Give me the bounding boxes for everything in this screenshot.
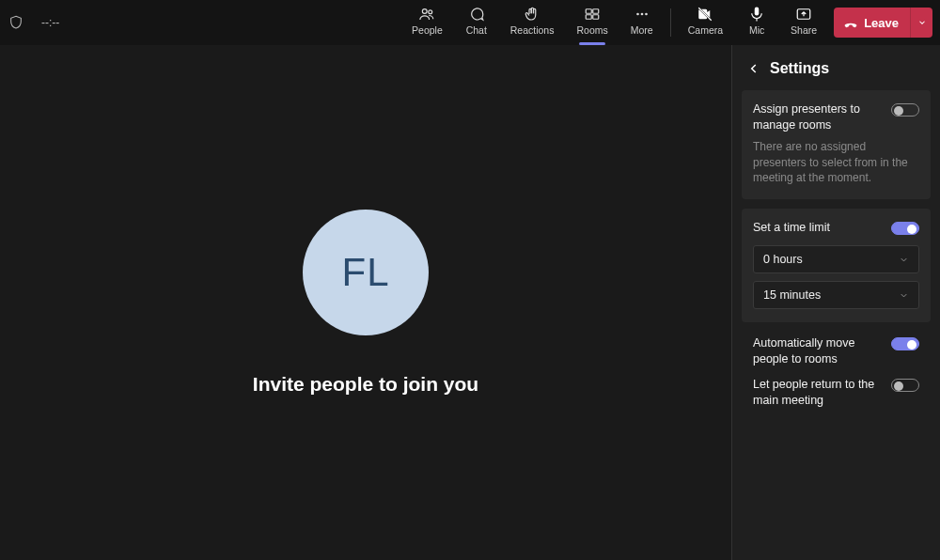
back-button[interactable]: [745, 60, 762, 77]
tab-label: Reactions: [510, 24, 555, 36]
svg-point-6: [636, 13, 639, 16]
hand-icon: [524, 6, 540, 23]
panel-title: Settings: [770, 60, 829, 77]
toggle-letreturn[interactable]: [891, 379, 919, 392]
svg-rect-4: [586, 15, 591, 20]
tab-chat[interactable]: Chat: [454, 0, 499, 45]
body: FL Invite people to join you Settings As…: [0, 45, 940, 560]
leave-label: Leave: [864, 16, 899, 30]
svg-point-0: [423, 9, 428, 14]
setting-automove: Automatically move people to rooms Let p…: [742, 332, 931, 418]
setting-label: Let people return to the main meeting: [753, 377, 882, 409]
avatar: FL: [303, 210, 429, 335]
setting-time-limit: Set a time limit 0 hours 15 minutes: [742, 209, 931, 322]
avatar-initials: FL: [341, 250, 389, 295]
svg-point-7: [640, 13, 643, 16]
leave-button[interactable]: Leave: [834, 8, 910, 38]
svg-rect-2: [586, 9, 591, 14]
topbar-right: Leave: [828, 8, 932, 38]
panel-header: Settings: [732, 45, 940, 90]
meeting-stage: FL Invite people to join you: [0, 45, 731, 560]
tab-camera[interactable]: Camera: [677, 0, 734, 45]
tab-strip: People Chat Reactions Rooms More: [59, 0, 828, 45]
invite-text: Invite people to join you: [253, 373, 478, 396]
select-value: 0 hours: [763, 253, 803, 266]
tab-label: Rooms: [576, 24, 607, 36]
setting-subtext: There are no assigned presenters to sele…: [753, 139, 919, 186]
meeting-timer: --:--: [41, 16, 59, 29]
chevron-down-icon: [898, 254, 909, 265]
svg-point-1: [429, 10, 432, 14]
tab-share[interactable]: Share: [779, 0, 828, 45]
leave-menu-button[interactable]: [910, 8, 932, 38]
tab-label: Mic: [749, 24, 764, 36]
select-hours[interactable]: 0 hours: [753, 245, 919, 273]
svg-rect-3: [593, 9, 599, 14]
more-icon: [634, 6, 650, 23]
chevron-down-icon: [898, 289, 909, 301]
leave-button-group: Leave: [834, 8, 932, 38]
setting-assign-presenters: Assign presenters to manage rooms There …: [742, 90, 931, 199]
topbar-left: --:--: [8, 14, 59, 31]
select-minutes[interactable]: 15 minutes: [753, 281, 919, 309]
toggle-time-limit[interactable]: [891, 222, 919, 235]
people-icon: [418, 6, 435, 23]
chat-icon: [468, 6, 485, 23]
toggle-assign-presenters[interactable]: [891, 103, 919, 117]
setting-label: Assign presenters to manage rooms: [753, 101, 882, 133]
select-value: 15 minutes: [763, 288, 821, 302]
tab-label: Chat: [466, 24, 487, 36]
tab-people[interactable]: People: [400, 0, 454, 45]
chevron-down-icon: [917, 18, 927, 27]
camera-off-icon: [697, 6, 713, 23]
toggle-automove[interactable]: [891, 337, 919, 350]
top-bar: --:-- People Chat Reactions Rooms: [0, 0, 940, 45]
svg-rect-9: [755, 8, 760, 16]
panel-body: Assign presenters to manage rooms There …: [732, 90, 940, 418]
rooms-settings-panel: Settings Assign presenters to manage roo…: [731, 45, 940, 560]
shield-icon: [8, 14, 24, 31]
tab-label: People: [412, 24, 443, 36]
mic-icon: [748, 6, 765, 23]
tab-rooms[interactable]: Rooms: [565, 0, 619, 45]
chevron-left-icon: [747, 62, 760, 75]
divider: [670, 8, 671, 37]
tab-more[interactable]: More: [619, 0, 665, 45]
tab-reactions[interactable]: Reactions: [499, 0, 566, 45]
tab-label: Camera: [688, 24, 723, 36]
svg-rect-5: [593, 15, 599, 20]
tab-label: Share: [791, 24, 817, 36]
rooms-icon: [584, 6, 601, 23]
tab-label: More: [631, 24, 653, 36]
share-icon: [795, 6, 812, 23]
svg-point-8: [645, 13, 648, 16]
setting-label: Set a time limit: [753, 220, 830, 236]
phone-down-icon: [843, 15, 858, 30]
setting-label: Automatically move people to rooms: [753, 335, 882, 367]
tab-mic[interactable]: Mic: [734, 0, 779, 45]
